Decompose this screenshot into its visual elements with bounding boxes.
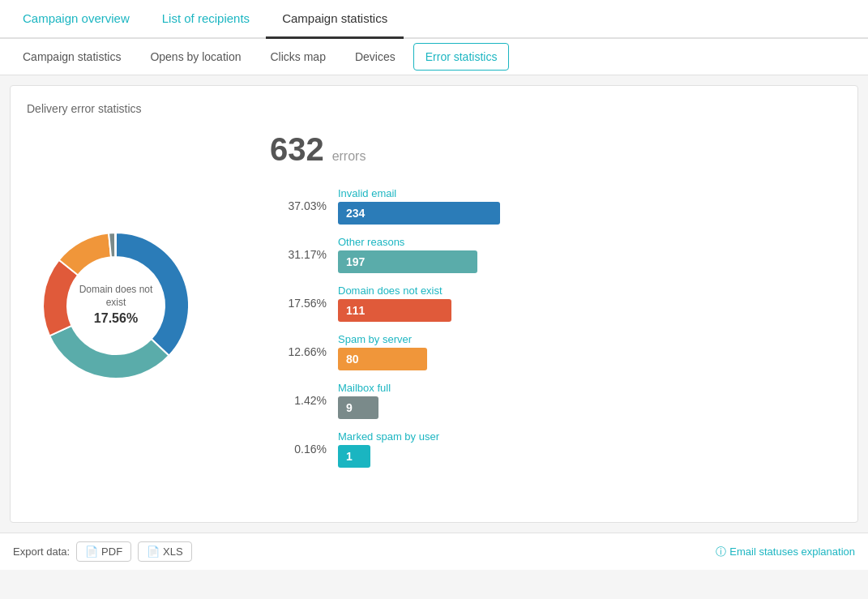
stat-pct: 37.03% xyxy=(270,199,327,212)
stat-bar-wrap: Domain does not exist 111 xyxy=(338,285,451,322)
subtab-opens-by-location[interactable]: Opens by location xyxy=(135,39,255,75)
stat-bar-wrap: Invalid email 234 xyxy=(338,187,500,225)
xls-icon: 📄 xyxy=(147,546,160,558)
tab-campaign-statistics[interactable]: Campaign statistics xyxy=(266,0,404,39)
stat-row: 1.42% Mailbox full 9 xyxy=(270,382,841,419)
stat-bar: 1 xyxy=(338,445,370,468)
donut-center-pct: 17.56% xyxy=(71,310,160,327)
xls-label: XLS xyxy=(163,546,183,558)
stat-pct: 31.17% xyxy=(270,248,327,261)
export-label: Export data: xyxy=(13,546,70,558)
stat-pct: 0.16% xyxy=(270,443,327,456)
stat-bar: 9 xyxy=(338,396,378,419)
main-content: Delivery error statistics Domain does no… xyxy=(10,85,858,523)
subtab-clicks-map[interactable]: Clicks map xyxy=(255,39,340,75)
stat-bar: 111 xyxy=(338,299,451,322)
donut-chart: Domain does not exist 17.56% xyxy=(27,216,205,395)
donut-center-label: Domain does not exist 17.56% xyxy=(71,283,160,328)
top-tab-bar: Campaign overview List of recipients Cam… xyxy=(0,0,868,39)
status-link-label: Email statuses explanation xyxy=(729,546,855,558)
export-xls-button[interactable]: 📄 XLS xyxy=(138,541,192,562)
donut-center-title: Domain does not exist xyxy=(71,283,160,310)
pdf-label: PDF xyxy=(101,546,122,558)
chart-area: Domain does not exist 17.56% 632 errors … xyxy=(27,131,841,479)
stat-bar-wrap: Other reasons 197 xyxy=(338,236,477,273)
stat-rows: 37.03% Invalid email 234 31.17% Other re… xyxy=(270,187,841,468)
stat-label: Domain does not exist xyxy=(338,285,451,297)
pdf-icon: 📄 xyxy=(85,546,98,558)
stat-pct: 1.42% xyxy=(270,394,327,407)
stat-pct: 17.56% xyxy=(270,297,327,310)
stat-row: 12.66% Spam by server 80 xyxy=(270,333,841,370)
stat-bar: 80 xyxy=(338,348,427,370)
stat-bar-wrap: Spam by server 80 xyxy=(338,333,427,370)
stat-bar-wrap: Marked spam by user 1 xyxy=(338,430,439,468)
subtab-error-statistics[interactable]: Error statistics xyxy=(413,43,510,71)
stat-label: Invalid email xyxy=(338,187,500,199)
export-pdf-button[interactable]: 📄 PDF xyxy=(76,541,131,562)
stat-label: Marked spam by user xyxy=(338,430,439,443)
export-area: Export data: 📄 PDF 📄 XLS xyxy=(13,541,192,562)
tab-list-of-recipients[interactable]: List of recipients xyxy=(146,0,266,39)
stat-pct: 12.66% xyxy=(270,345,327,358)
stats-area: 632 errors 37.03% Invalid email 234 31.1… xyxy=(270,131,841,479)
section-title: Delivery error statistics xyxy=(27,102,841,115)
stat-row: 37.03% Invalid email 234 xyxy=(270,187,841,225)
stat-label: Other reasons xyxy=(338,236,477,248)
stat-row: 31.17% Other reasons 197 xyxy=(270,236,841,273)
stat-bar: 197 xyxy=(338,250,477,273)
stat-bar-wrap: Mailbox full 9 xyxy=(338,382,391,419)
total-errors: 632 errors xyxy=(270,131,841,168)
total-errors-number: 632 xyxy=(270,131,324,167)
footer: Export data: 📄 PDF 📄 XLS ⓘ Email statuse… xyxy=(0,533,868,570)
stat-label: Spam by server xyxy=(338,333,427,345)
stat-row: 0.16% Marked spam by user 1 xyxy=(270,430,841,468)
email-status-link[interactable]: ⓘ Email statuses explanation xyxy=(716,545,855,559)
subtab-campaign-statistics[interactable]: Campaign statistics xyxy=(8,39,135,75)
tab-campaign-overview[interactable]: Campaign overview xyxy=(6,0,146,39)
stat-label: Mailbox full xyxy=(338,382,391,394)
sub-tab-bar: Campaign statistics Opens by location Cl… xyxy=(0,39,868,75)
total-errors-label: errors xyxy=(332,149,366,163)
stat-bar: 234 xyxy=(338,202,500,225)
info-icon: ⓘ xyxy=(716,545,726,559)
subtab-devices[interactable]: Devices xyxy=(340,39,410,75)
stat-row: 17.56% Domain does not exist 111 xyxy=(270,285,841,322)
